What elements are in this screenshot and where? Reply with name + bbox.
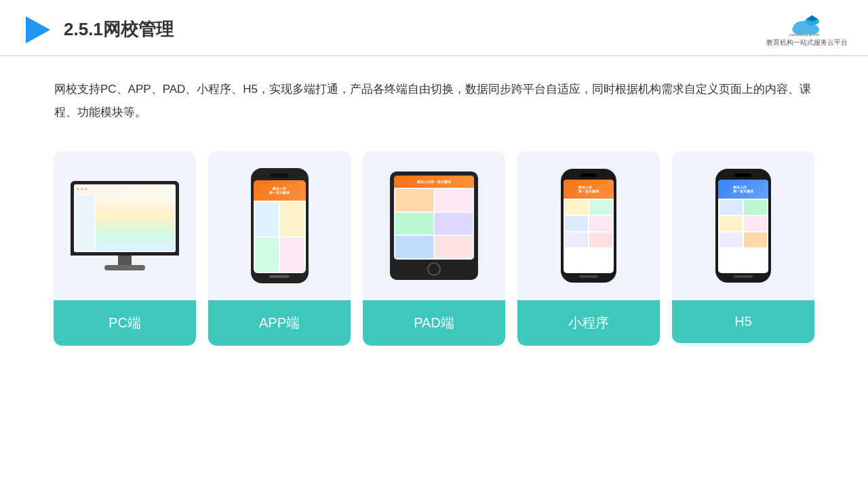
device-mini: 赋送人的第一堂兴趣课 — [561, 169, 616, 283]
card-h5-image: 赋送人的第一堂兴趣课 — [672, 151, 814, 300]
cards-container: PC端 赋送人的第一堂兴趣课 — [0, 131, 868, 366]
page-title: 2.5.1网校管理 — [64, 18, 174, 41]
card-pad-label: PAD端 — [363, 300, 505, 346]
logo-icon: yunduoketang.com — [787, 12, 827, 37]
play-icon — [20, 14, 53, 46]
card-app: 赋送人的第一堂兴趣课 APP端 — [208, 151, 351, 346]
card-h5-label: H5 — [672, 300, 814, 343]
card-mini-image: 赋送人的第一堂兴趣课 — [517, 151, 660, 300]
card-mini-label: 小程序 — [517, 300, 660, 346]
logo-area: yunduoketang.com 教育机构一站式服务云平台 — [766, 12, 848, 47]
device-pad: 赋送人的第一堂兴趣课 — [390, 171, 478, 280]
card-pad-image: 赋送人的第一堂兴趣课 — [363, 151, 505, 300]
device-h5: 赋送人的第一堂兴趣课 — [715, 169, 771, 283]
svg-marker-0 — [26, 16, 50, 43]
description-text: 网校支持PC、APP、PAD、小程序、H5，实现多端打通，产品各终端自由切换，数… — [0, 56, 868, 131]
card-h5: 赋送人的第一堂兴趣课 H5 — [672, 151, 814, 346]
card-app-image: 赋送人的第一堂兴趣课 — [208, 151, 351, 300]
card-pc: PC端 — [54, 151, 196, 346]
card-pc-label: PC端 — [54, 300, 196, 346]
card-pad: 赋送人的第一堂兴趣课 — [363, 151, 505, 346]
device-pc — [71, 181, 179, 270]
header-left: 2.5.1网校管理 — [20, 14, 174, 46]
svg-text:yunduoketang.com: yunduoketang.com — [789, 33, 820, 37]
logo-tagline: 教育机构一站式服务云平台 — [766, 38, 848, 47]
device-app-phone: 赋送人的第一堂兴趣课 — [251, 168, 309, 283]
card-mini: 赋送人的第一堂兴趣课 小程序 — [517, 151, 660, 346]
card-app-label: APP端 — [208, 300, 351, 346]
card-pc-image — [54, 151, 196, 300]
header: 2.5.1网校管理 yunduoketang.com 教育机构一站式服务云平台 — [0, 0, 868, 56]
